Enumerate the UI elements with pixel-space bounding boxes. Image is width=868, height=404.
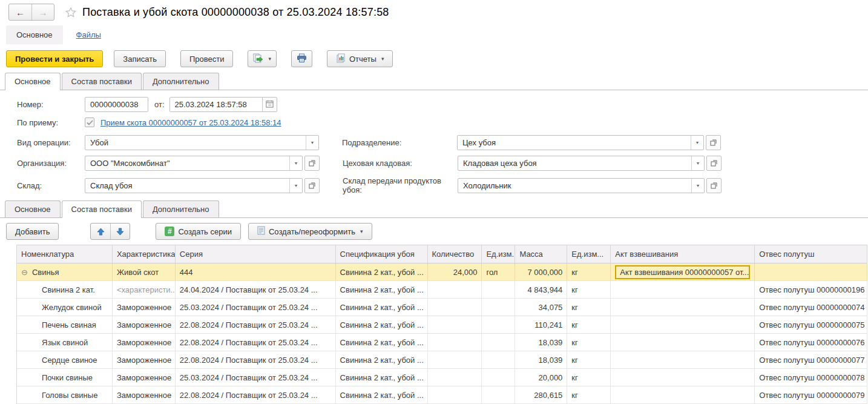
cell-mass[interactable]: 7 000,000 bbox=[515, 263, 567, 280]
favorite-star-icon[interactable] bbox=[64, 6, 77, 19]
cell-nomenclature[interactable]: Свинина 2 кат. bbox=[17, 281, 113, 298]
cell-nomenclature[interactable]: Сердце свиное bbox=[17, 351, 113, 368]
column-header-nomenclature[interactable]: Номенклатура bbox=[17, 245, 113, 263]
tab-additional-2[interactable]: Дополнительно bbox=[143, 200, 219, 217]
date-input[interactable] bbox=[170, 98, 262, 111]
cell-weighing-act[interactable] bbox=[611, 334, 755, 351]
receipt-document-link[interactable]: Прием скота 00000000057 от 25.03.2024 18… bbox=[100, 118, 281, 127]
chevron-down-icon[interactable] bbox=[306, 136, 318, 150]
cell-spec[interactable]: Свинина 2 кат., убой ... bbox=[336, 369, 428, 386]
collapse-group-icon[interactable] bbox=[21, 268, 28, 277]
column-header-series[interactable]: Серия bbox=[176, 245, 336, 263]
cell-unit[interactable] bbox=[482, 334, 515, 351]
column-header-characteristic[interactable]: Характеристика bbox=[113, 245, 176, 263]
cell-unit[interactable] bbox=[482, 369, 515, 386]
cell-unit[interactable] bbox=[482, 316, 515, 333]
cell-nomenclature[interactable]: Желудок свиной bbox=[17, 299, 113, 316]
create-series-button[interactable]: Создать серии bbox=[156, 223, 241, 240]
nav-tab-main[interactable]: Основное bbox=[6, 25, 63, 44]
cell-mass[interactable]: 18,039 bbox=[515, 351, 567, 368]
organization-open-button[interactable] bbox=[304, 156, 320, 171]
storeroom-combo[interactable]: Кладовая цеха убоя bbox=[458, 156, 705, 171]
cell-characteristic[interactable]: Замороженное bbox=[113, 351, 176, 368]
cell-characteristic[interactable]: Замороженное bbox=[113, 316, 176, 333]
cell-quantity[interactable] bbox=[428, 386, 482, 403]
cell-series[interactable]: 444 bbox=[176, 263, 336, 280]
cell-mass-unit[interactable]: кг bbox=[567, 351, 611, 368]
cell-weighing-act[interactable] bbox=[611, 369, 755, 386]
cell-mass-unit[interactable]: кг bbox=[567, 369, 611, 386]
cell-mass-unit[interactable]: кг bbox=[567, 334, 611, 351]
cell-series[interactable]: 24.04.2024 / Поставщик от 25.03.24 ... bbox=[176, 281, 336, 298]
chevron-down-icon[interactable] bbox=[691, 136, 703, 150]
create-based-on-button[interactable] bbox=[248, 50, 277, 67]
cell-weighing-act[interactable] bbox=[611, 299, 755, 316]
cell-mass-unit[interactable]: кг bbox=[567, 299, 611, 316]
cell-weighing-act[interactable]: Акт взвешивания 00000000057 от... bbox=[611, 263, 755, 280]
column-header-quantity[interactable]: Количество bbox=[428, 245, 482, 263]
column-header-spec[interactable]: Спецификация убоя bbox=[336, 245, 428, 263]
cell-mass-unit[interactable]: кг bbox=[567, 316, 611, 333]
cell-series[interactable]: 25.03.2024 / Поставщик от 25.03.24 ... bbox=[176, 369, 336, 386]
cell-mass[interactable]: 34,075 bbox=[515, 299, 567, 316]
column-header-mass-unit[interactable]: Ед.изм... bbox=[567, 245, 611, 263]
post-and-close-button[interactable]: Провести и закрыть bbox=[6, 50, 103, 67]
cell-mass[interactable]: 20,000 bbox=[515, 369, 567, 386]
column-header-mass[interactable]: Масса bbox=[515, 245, 567, 263]
cell-quantity[interactable] bbox=[428, 351, 482, 368]
reports-button[interactable]: Отчеты bbox=[327, 50, 393, 67]
tab-supply-content-2[interactable]: Состав поставки bbox=[62, 200, 142, 218]
cell-nomenclature[interactable]: Почки свиные bbox=[17, 369, 113, 386]
cell-mass-unit[interactable]: кг bbox=[567, 281, 611, 298]
cell-weighing-act[interactable] bbox=[611, 386, 755, 403]
cell-unit[interactable] bbox=[482, 351, 515, 368]
add-row-button[interactable]: Добавить bbox=[6, 223, 59, 240]
cell-mass[interactable]: 4 843,944 bbox=[515, 281, 567, 298]
calendar-button[interactable] bbox=[262, 98, 277, 111]
chevron-down-icon[interactable] bbox=[691, 179, 704, 193]
cell-mass[interactable]: 18,039 bbox=[515, 334, 567, 351]
cell-half-carcass[interactable]: Отвес полутуш 00000000074 bbox=[755, 299, 867, 316]
column-header-unit[interactable]: Ед.изм. bbox=[482, 245, 515, 263]
number-input[interactable] bbox=[85, 97, 148, 112]
transfer-warehouse-open-button[interactable] bbox=[706, 178, 722, 193]
cell-spec[interactable]: Свинина 2 кат., убой ... bbox=[336, 351, 428, 368]
cell-series[interactable]: 22.08.2024 / Поставщик от 25.03.24 ... bbox=[176, 334, 336, 351]
cell-weighing-act[interactable] bbox=[611, 351, 755, 368]
warehouse-combo[interactable]: Склад убоя bbox=[85, 178, 303, 193]
cell-unit[interactable]: гол bbox=[482, 263, 515, 280]
cell-nomenclature[interactable]: Печень свиная bbox=[17, 316, 113, 333]
chevron-down-icon[interactable] bbox=[289, 156, 302, 170]
cell-series[interactable]: 22.08.2024 / Поставщик от 25.03.24 ... bbox=[176, 316, 336, 333]
transfer-warehouse-combo[interactable]: Холодильник bbox=[458, 178, 705, 193]
cell-characteristic[interactable]: Замороженное bbox=[113, 299, 176, 316]
cell-weighing-act[interactable] bbox=[611, 316, 755, 333]
cell-series[interactable]: 22.08.2024 / Поставщик от 25.03.24 ... bbox=[176, 351, 336, 368]
tab-additional[interactable]: Дополнительно bbox=[143, 73, 219, 90]
selected-cell-weighing-act[interactable]: Акт взвешивания 00000000057 от... bbox=[615, 265, 750, 279]
cell-series[interactable]: 22.08.2024 / Поставщик от 25.03.24 ... bbox=[176, 386, 336, 403]
post-button[interactable]: Провести bbox=[180, 50, 234, 67]
move-down-button[interactable] bbox=[110, 224, 130, 239]
cell-characteristic[interactable]: Живой скот bbox=[113, 263, 176, 280]
cell-half-carcass[interactable]: Отвес полутуш 00000000077 bbox=[755, 351, 867, 368]
table-row[interactable]: Язык свинойЗамороженное22.08.2024 / Пост… bbox=[17, 334, 867, 351]
back-button[interactable] bbox=[9, 4, 31, 20]
cell-nomenclature[interactable]: Головы свиные bbox=[17, 386, 113, 403]
table-group-row[interactable]: СвиньяЖивой скот444Свинина 2 кат., убой … bbox=[17, 263, 867, 281]
forward-button[interactable] bbox=[31, 4, 54, 20]
by-receipt-checkbox[interactable] bbox=[85, 118, 94, 127]
cell-spec[interactable]: Свинина 2 кат., убой ... bbox=[336, 334, 428, 351]
cell-quantity[interactable] bbox=[428, 316, 482, 333]
division-open-button[interactable] bbox=[706, 135, 721, 150]
cell-mass-unit[interactable]: кг bbox=[567, 386, 611, 403]
cell-quantity[interactable] bbox=[428, 281, 482, 298]
cell-weighing-act[interactable] bbox=[611, 281, 755, 298]
cell-spec[interactable]: Свинина 2 кат., убой ... bbox=[336, 386, 428, 403]
move-up-button[interactable] bbox=[91, 224, 110, 239]
nav-link-files[interactable]: Файлы bbox=[76, 30, 101, 39]
cell-half-carcass[interactable] bbox=[755, 263, 867, 280]
cell-quantity[interactable] bbox=[428, 299, 482, 316]
cell-quantity[interactable] bbox=[428, 334, 482, 351]
table-row[interactable]: Свинина 2 кат.<характеристи...24.04.2024… bbox=[17, 281, 867, 299]
